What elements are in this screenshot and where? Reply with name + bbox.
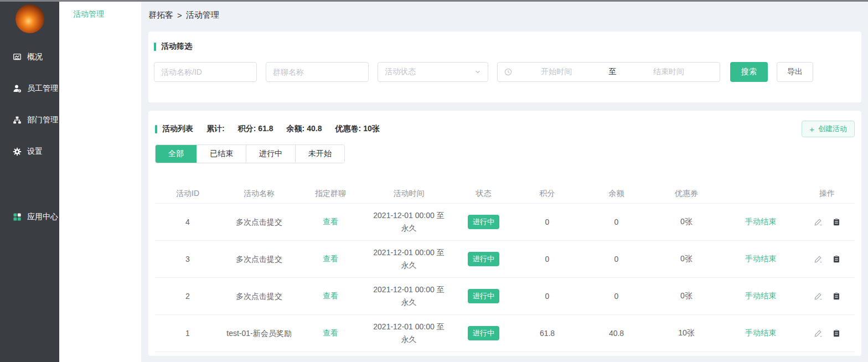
date-range-picker[interactable]: 开始时间 至 结束时间 (497, 62, 720, 82)
chart-icon (13, 53, 22, 61)
employee-icon (13, 84, 22, 93)
totals-summary: 累计: 积分:61.8 余额:40.8 优惠卷:10张 (193, 124, 380, 134)
activity-status-select[interactable]: 活动状态 (378, 62, 488, 82)
sidebar-item-departments[interactable]: 部门管理 (0, 104, 59, 136)
tab-ended[interactable]: 已结束 (197, 145, 246, 163)
header-activity-id: 活动ID (155, 189, 220, 199)
header-activity-name: 活动名称 (220, 188, 298, 199)
cell-coupons: 0张 (651, 254, 722, 264)
cell-activity-time: 2021-12-01 00:00 至永久 (363, 209, 454, 235)
activity-list-panel: 活动列表 累计: 积分:61.8 余额:40.8 优惠卷:10张 + 创建活动 … (148, 111, 861, 356)
sidebar-item-employees[interactable]: 员工管理 (0, 73, 59, 104)
edit-button[interactable] (814, 292, 823, 301)
edit-button[interactable] (814, 255, 823, 263)
secondary-sidebar: 活动管理 (59, 0, 141, 362)
submenu-item-activity-management[interactable]: 活动管理 (59, 9, 141, 19)
coupon-summary: 优惠卷:10张 (335, 124, 380, 134)
table-header-row: 活动ID 活动名称 指定群聊 活动时间 状态 积分 余额 优惠券 操作 (155, 184, 855, 204)
clipboard-icon (832, 255, 841, 263)
cell-activity-time: 2021-12-01 00:00 至永久 (363, 320, 454, 346)
points-summary: 积分:61.8 (238, 124, 273, 134)
list-title: 活动列表 (155, 124, 193, 134)
cell-points: 61.8 (513, 329, 582, 338)
tab-not-started[interactable]: 未开始 (295, 145, 344, 163)
window-top-strip (0, 0, 868, 2)
sidebar-item-label: 应用中心 (27, 212, 58, 222)
clipboard-button[interactable] (832, 292, 841, 301)
tab-in-progress[interactable]: 进行中 (246, 145, 295, 163)
manual-end-link[interactable]: 手动结束 (745, 217, 776, 227)
filter-panel: 活动筛选 活动状态 开始时间 至 结束时间 搜索 导出 (148, 32, 861, 102)
sidebar-item-overview[interactable]: 概况 (0, 41, 59, 73)
clipboard-button[interactable] (832, 329, 841, 338)
cell-activity-name: test-01-新会员奖励 (220, 328, 298, 339)
filter-title: 活动筛选 (154, 32, 856, 51)
manual-end-link[interactable]: 手动结束 (745, 291, 776, 301)
table-row: 4 多次点击提交 查看 2021-12-01 00:00 至永久 进行中 0 0… (155, 204, 855, 241)
cell-activity-name: 多次点击提交 (220, 291, 298, 302)
list-header: 活动列表 累计: 积分:61.8 余额:40.8 优惠卷:10张 + 创建活动 (155, 111, 855, 137)
header-status: 状态 (454, 189, 513, 199)
cell-activity-id: 3 (155, 255, 220, 263)
table-row: 1 test-01-新会员奖励 查看 2021-12-01 00:00 至永久 … (155, 315, 855, 352)
search-button[interactable]: 搜索 (730, 62, 768, 82)
clipboard-icon (832, 218, 841, 226)
cell-activity-id: 1 (155, 329, 220, 338)
clipboard-icon (832, 292, 841, 301)
tab-all[interactable]: 全部 (156, 145, 197, 163)
status-tabs: 全部 已结束 进行中 未开始 (155, 144, 345, 163)
clipboard-button[interactable] (832, 255, 841, 263)
section-accent-bar (155, 125, 157, 133)
header-points: 积分 (513, 189, 582, 199)
breadcrumb-current: 活动管理 (186, 10, 219, 20)
create-activity-label: 创建活动 (818, 124, 847, 134)
edit-button[interactable] (814, 218, 823, 226)
cell-actions (799, 255, 855, 263)
cell-coupons: 10张 (651, 328, 722, 338)
pencil-icon (814, 329, 823, 338)
pencil-icon (814, 292, 823, 301)
primary-nav: 概况 员工管理 部门管理 (0, 41, 59, 232)
header-coupon: 优惠券 (651, 189, 722, 199)
gear-icon (13, 147, 22, 156)
end-time-placeholder: 结束时间 (624, 67, 714, 77)
balance-summary: 余额:40.8 (287, 124, 322, 134)
list-title-label: 活动列表 (162, 124, 193, 134)
chevron-down-icon (474, 69, 481, 75)
start-time-placeholder: 开始时间 (512, 67, 601, 77)
edit-button[interactable] (814, 329, 823, 338)
plus-icon: + (809, 125, 814, 133)
clipboard-button[interactable] (832, 218, 841, 226)
activity-name-input[interactable] (154, 62, 257, 82)
view-group-link[interactable]: 查看 (323, 328, 338, 338)
cell-points: 0 (513, 218, 582, 226)
cell-activity-time: 2021-12-01 00:00 至永久 (363, 246, 454, 272)
filter-title-label: 活动筛选 (161, 42, 192, 51)
department-icon (13, 116, 22, 125)
status-badge: 进行中 (468, 215, 499, 229)
create-activity-button[interactable]: + 创建活动 (802, 121, 855, 137)
status-badge: 进行中 (468, 289, 499, 303)
cell-activity-time: 2021-12-01 00:00 至永久 (363, 283, 454, 309)
sidebar-item-settings[interactable]: 设置 (0, 136, 59, 167)
table-row: 2 多次点击提交 查看 2021-12-01 00:00 至永久 进行中 0 0… (155, 278, 855, 315)
cell-actions (799, 218, 855, 226)
status-badge: 进行中 (468, 252, 499, 266)
avatar[interactable] (16, 4, 44, 33)
view-group-link[interactable]: 查看 (323, 254, 338, 264)
header-activity-time: 活动时间 (363, 187, 454, 200)
cell-balance: 0 (582, 255, 651, 263)
filter-row: 活动状态 开始时间 至 结束时间 搜索 导出 (154, 62, 856, 82)
clock-icon (504, 68, 512, 76)
sidebar-item-app-center[interactable]: 应用中心 (0, 201, 59, 232)
manual-end-link[interactable]: 手动结束 (745, 328, 776, 338)
breadcrumb-parent[interactable]: 群拓客 (148, 10, 173, 20)
clipboard-icon (832, 329, 841, 338)
group-name-input[interactable] (266, 62, 369, 82)
manual-end-link[interactable]: 手动结束 (745, 254, 776, 264)
view-group-link[interactable]: 查看 (323, 291, 338, 301)
total-label: 累计: (206, 124, 225, 134)
view-group-link[interactable]: 查看 (323, 217, 338, 227)
sidebar-item-label: 部门管理 (27, 115, 58, 125)
export-button[interactable]: 导出 (777, 62, 813, 82)
